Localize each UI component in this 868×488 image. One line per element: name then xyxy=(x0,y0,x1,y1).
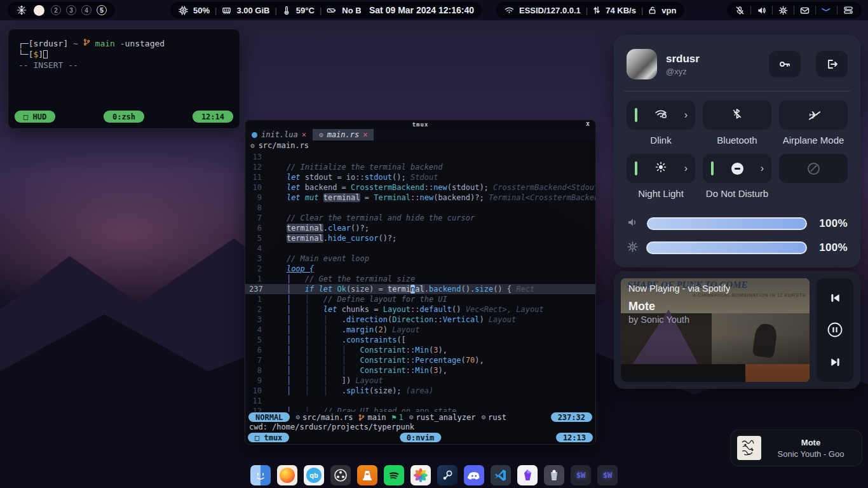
distro-logo-icon[interactable] xyxy=(16,4,27,16)
code-line[interactable]: 7 // Clear the terminal and hide the cur… xyxy=(245,213,595,223)
dock-discord[interactable] xyxy=(464,465,484,485)
code-line[interactable]: 9 │ │ │ ]) Layout xyxy=(245,376,595,386)
code-line[interactable]: 3 │ │ │ .direction(Direction::Vertical) … xyxy=(245,315,595,325)
lock-keys-button[interactable] xyxy=(769,51,801,78)
workspace-indicator[interactable]: 2 xyxy=(51,5,61,15)
code-line[interactable]: 12 │ │ // Draw UI based on app state xyxy=(245,406,595,412)
window-close-button[interactable]: x xyxy=(586,120,590,127)
temperature-icon xyxy=(282,6,291,15)
music-notification[interactable]: Mote Sonic Youth - Goo xyxy=(730,430,862,466)
divider xyxy=(624,91,850,92)
toggle-night-light[interactable]: › xyxy=(627,154,695,183)
speaker-icon[interactable] xyxy=(757,6,766,15)
toggle-do-not-disturb[interactable]: › xyxy=(703,154,771,183)
editor-window[interactable]: tmux x init.lua× ⚙main.rs× ⚙ src/main.rs… xyxy=(245,119,596,445)
toggle-airplane-mode[interactable]: ✈ xyxy=(779,100,848,130)
code-line[interactable]: 5 terminal.hide_cursor()?; xyxy=(245,233,595,243)
code-line[interactable]: 10 let backend = CrosstermBackend::new(s… xyxy=(245,182,595,193)
workspace-indicator[interactable]: 5 xyxy=(97,5,107,15)
app-dock: qb $W $W xyxy=(250,465,618,485)
code-line[interactable]: 12 // Initialize the terminal backend xyxy=(245,162,595,172)
workspace-switcher: 2345 xyxy=(8,2,115,18)
code-line[interactable]: 8 xyxy=(245,203,595,213)
workspace-indicator[interactable]: 4 xyxy=(81,5,92,15)
code-line[interactable]: 6 │ │ │ │ Constraint::Min(3), xyxy=(245,345,595,355)
logout-button[interactable] xyxy=(816,51,848,78)
tmux-window-name[interactable]: □ tmux xyxy=(248,433,289,442)
toggles-icon[interactable] xyxy=(843,6,853,15)
code-line[interactable]: 5 │ │ │ .constraints([ xyxy=(245,335,595,345)
code-line[interactable]: 9 let mut terminal = Terminal::new(backe… xyxy=(245,193,595,203)
network-speed: 74 KB/s xyxy=(606,6,636,15)
dock-obs[interactable] xyxy=(330,465,351,485)
code-line[interactable]: 11 xyxy=(245,396,595,406)
code-line[interactable]: 3 // Main event loop xyxy=(245,254,595,264)
rust-lang-icon: ⚙ xyxy=(481,413,485,421)
chevron-right-icon[interactable]: › xyxy=(761,163,764,173)
dock-file-manager[interactable] xyxy=(250,465,271,485)
brightness-icon xyxy=(627,241,639,255)
dock-photos[interactable] xyxy=(410,465,431,485)
code-line[interactable]: 6 terminal.clear()?; xyxy=(245,223,595,233)
chevron-down-icon[interactable]: ﹀ xyxy=(822,6,831,15)
tmux-session[interactable]: 0:zsh xyxy=(104,111,144,123)
tmux-session[interactable]: 0:nvim xyxy=(400,433,441,442)
clock-pill[interactable]: Sat 09 Mar 2024 12:16:40 xyxy=(361,2,482,18)
previous-track-button[interactable] xyxy=(830,293,841,303)
user-header: srdusr @xyz xyxy=(627,46,848,82)
code-area[interactable]: 1312 // Initialize the terminal backend1… xyxy=(245,151,595,412)
album-art[interactable]: SHAPE OF PUNK TO COME A CHIMERICAL BOMBI… xyxy=(621,278,810,382)
vpn-lock-icon xyxy=(648,6,656,15)
code-line[interactable]: 8 │ │ │ │ Constraint::Min(3), xyxy=(245,365,595,376)
code-line[interactable]: 237 │ if let Ok(size) = terminal.backend… xyxy=(245,284,595,294)
dock-trash[interactable] xyxy=(544,465,564,485)
mic-muted-icon[interactable] xyxy=(735,6,745,15)
brightness-slider[interactable] xyxy=(646,241,807,254)
wifi-lock-icon xyxy=(654,109,667,122)
code-line[interactable]: 11 let stdout = io::stdout(); Stdout xyxy=(245,172,595,182)
hud-terminal-window[interactable]: ┌─[srdusr] ~ main -unstaged └─[$] -- INS… xyxy=(8,29,240,129)
code-line[interactable]: 4 │ │ │ .margin(2) Layout xyxy=(245,325,595,335)
toggle-bluetooth[interactable] xyxy=(703,100,771,130)
volume-slider[interactable] xyxy=(647,217,807,230)
workspace-indicator-active[interactable] xyxy=(34,5,44,16)
toggle-label xyxy=(779,183,848,203)
code-line[interactable]: 10 │ │ │ .split(size); (area) xyxy=(245,386,595,396)
toggle-unavailable[interactable] xyxy=(779,154,848,183)
code-line[interactable]: 2 │ │ let chunks = Layout::default() Vec… xyxy=(245,304,595,315)
media-controls xyxy=(817,278,853,382)
editor-tmux-statusbar: □ tmux 0:nvim 12:13 xyxy=(245,432,595,444)
dock-vlc[interactable] xyxy=(357,465,377,485)
dock-wezterm-2[interactable]: $W xyxy=(597,465,618,485)
dock-firefox[interactable] xyxy=(277,465,297,485)
code-line[interactable]: 13 xyxy=(245,152,595,162)
code-line[interactable]: 1 │ // Get the terminal size xyxy=(245,274,595,284)
dock-spotify[interactable] xyxy=(384,465,404,485)
network-group[interactable]: ESSID/127.0.0.1 | 74 KB/s | vpn xyxy=(496,2,684,18)
tmux-window-name[interactable]: □ HUD xyxy=(15,111,55,123)
code-line[interactable]: 7 │ │ │ │ Constraint::Percentage(70), xyxy=(245,355,595,365)
tab-init-lua[interactable]: init.lua× xyxy=(245,129,313,140)
dock-wezterm-1[interactable]: $W xyxy=(571,465,591,485)
dock-steam[interactable] xyxy=(437,465,458,485)
tab-main-rs[interactable]: ⚙main.rs× xyxy=(313,129,374,140)
mail-icon[interactable] xyxy=(800,6,810,15)
dock-obsidian[interactable] xyxy=(517,465,538,485)
chevron-right-icon[interactable]: › xyxy=(684,110,688,120)
workspace-indicator[interactable]: 3 xyxy=(66,5,76,15)
settings-gear-icon[interactable] xyxy=(778,6,788,15)
dock-vscode[interactable] xyxy=(491,465,511,485)
tab-close-icon[interactable]: × xyxy=(363,130,367,139)
now-playing-card: SHAPE OF PUNK TO COME A CHIMERICAL BOMBI… xyxy=(614,271,860,389)
code-line[interactable]: 4 xyxy=(245,243,595,254)
code-line[interactable]: 2 loop { xyxy=(245,264,595,274)
chevron-right-icon[interactable]: › xyxy=(684,163,688,173)
toggle-wifi-dlink[interactable]: › xyxy=(627,100,695,130)
pause-button[interactable] xyxy=(827,322,843,338)
dock-qbittorrent[interactable]: qb xyxy=(304,465,324,485)
system-stats-group: 50% | 3.00 GiB | 59°C | No Bat xyxy=(170,2,377,18)
code-line[interactable]: 1 │ │ // Define layout for the UI xyxy=(245,294,595,304)
next-track-button[interactable] xyxy=(830,357,841,367)
volume-icon xyxy=(627,217,639,231)
tab-close-icon[interactable]: × xyxy=(302,130,306,139)
